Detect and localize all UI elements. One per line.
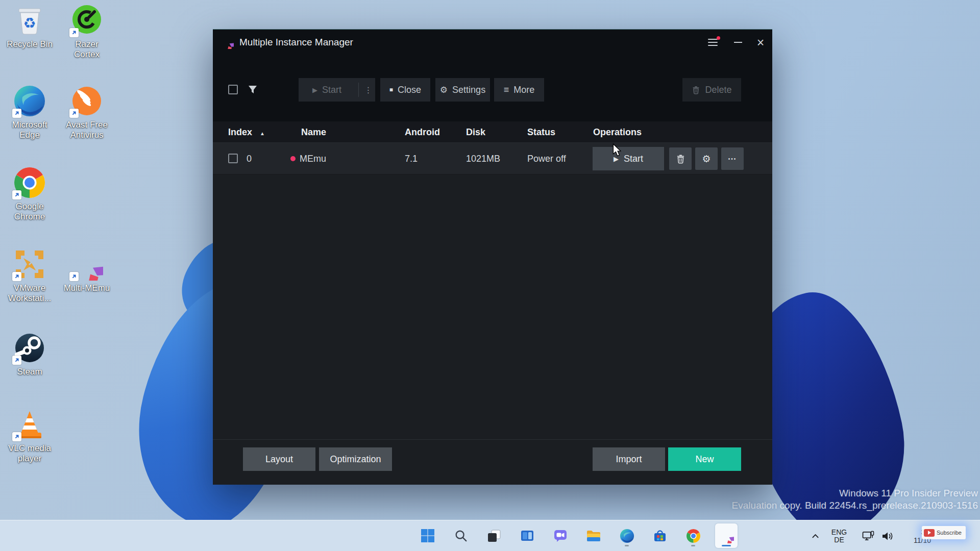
toolbar-more-label: More	[513, 85, 534, 95]
shortcut-arrow-icon	[12, 190, 21, 199]
desktop-icon-microsoft-edge[interactable]: Microsoft Edge	[1, 85, 58, 140]
row-index: 0	[247, 143, 252, 174]
desktop-icon-label: VLC media player	[5, 443, 54, 464]
desktop-icon-label: Multi-MEmu	[62, 283, 111, 293]
widgets-icon	[520, 529, 534, 543]
desktop-icon-label: Recycle Bin	[5, 39, 54, 49]
toolbar-start-button[interactable]: ▶ Start ⋮	[299, 78, 375, 102]
desktop-icon-vmware[interactable]: VMware Workstati...	[1, 248, 58, 304]
volume-tray-button[interactable]	[879, 520, 896, 551]
row-name: MEmu	[300, 143, 326, 174]
window-menu-button[interactable]	[704, 35, 721, 50]
column-header-index[interactable]: Index ▲	[228, 121, 265, 143]
column-header-android[interactable]: Android	[405, 121, 440, 143]
memu-logo-icon	[220, 35, 234, 49]
optimization-button[interactable]: Optimization	[319, 447, 392, 471]
razer-cortex-icon	[70, 4, 103, 37]
tray-chevron-button[interactable]	[808, 520, 822, 551]
ellipsis-icon: •••	[728, 156, 737, 162]
task-view-button[interactable]	[483, 523, 505, 548]
minimize-button[interactable]	[730, 35, 746, 50]
desktop-icon-razer-cortex[interactable]: Razer Cortex	[58, 4, 115, 60]
windows-logo-icon	[421, 529, 435, 543]
column-header-status[interactable]: Status	[527, 121, 555, 143]
speaker-icon	[881, 531, 894, 541]
language-indicator[interactable]: ENG DE	[828, 520, 850, 551]
subscribe-overlay: Subscribe	[922, 526, 966, 539]
microsoft-store-button[interactable]	[649, 523, 671, 548]
shortcut-arrow-icon	[69, 109, 79, 118]
toolbar-delete-button[interactable]: Delete	[682, 78, 741, 102]
toolbar-start-label: Start	[322, 85, 341, 95]
row-more-button[interactable]: •••	[721, 147, 744, 170]
chat-button[interactable]	[549, 523, 572, 548]
shortcut-arrow-icon	[12, 356, 21, 365]
desktop-icon-google-chrome[interactable]: Google Chrome	[1, 166, 58, 222]
divider	[358, 83, 359, 97]
store-icon	[653, 529, 667, 543]
watermark-line2: Evaluation copy. Build 22454.rs_prerelea…	[732, 499, 978, 512]
row-status: Power off	[527, 143, 566, 174]
mouse-cursor	[612, 143, 621, 159]
layout-button[interactable]: Layout	[243, 447, 315, 471]
filter-icon[interactable]	[248, 85, 258, 97]
toolbar-more-button[interactable]: ≡ More	[494, 78, 544, 102]
row-delete-button[interactable]	[669, 147, 692, 170]
toolbar-delete-label: Delete	[705, 85, 731, 95]
hamburger-icon	[708, 39, 718, 46]
row-settings-button[interactable]: ⚙	[695, 147, 718, 170]
memu-taskbar-button[interactable]	[715, 523, 738, 548]
taskbar-icon-group	[416, 523, 738, 548]
new-button[interactable]: New	[668, 447, 741, 471]
running-indicator	[625, 545, 629, 546]
toolbar-settings-label: Settings	[452, 85, 485, 95]
desktop-icon-label: Razer Cortex	[62, 39, 111, 60]
task-view-icon	[487, 529, 501, 543]
desktop-icon-recycle-bin[interactable]: ♻ Recycle Bin	[1, 4, 58, 49]
search-button[interactable]	[450, 523, 472, 548]
windows-watermark: Windows 11 Pro Insider Preview Evaluatio…	[732, 487, 978, 512]
toolbar-close-label: Close	[398, 85, 421, 95]
close-window-button[interactable]: ×	[752, 35, 769, 50]
select-all-checkbox[interactable]	[228, 85, 238, 94]
file-explorer-button[interactable]	[582, 523, 605, 548]
instance-row[interactable]: 0 MEmu 7.1 1021MB Power off ▶ Start ⚙ ••…	[213, 143, 772, 174]
desktop-icon-label: Avast Free Antivirus	[62, 120, 111, 140]
desktop-icon-vlc[interactable]: VLC media player	[1, 408, 58, 464]
column-header-disk[interactable]: Disk	[466, 121, 485, 143]
import-button[interactable]: Import	[593, 447, 665, 471]
chrome-taskbar-button[interactable]	[682, 523, 704, 548]
trash-icon	[676, 154, 685, 164]
chat-icon	[553, 529, 568, 543]
window-footer: Layout Optimization Import New	[213, 439, 772, 485]
status-dot	[290, 156, 296, 161]
toolbar-close-button[interactable]: ■ Close	[380, 78, 430, 102]
desktop-icon-avast[interactable]: Avast Free Antivirus	[58, 85, 115, 140]
language-line2: DE	[834, 536, 844, 544]
edge-icon	[620, 529, 634, 543]
active-app-indicator	[722, 545, 731, 546]
stop-icon: ■	[389, 87, 393, 93]
desktop-icon-label: Google Chrome	[5, 202, 54, 222]
kebab-menu-icon[interactable]: ⋮	[363, 85, 374, 95]
column-header-name[interactable]: Name	[301, 121, 326, 143]
row-android: 7.1	[405, 143, 418, 174]
row-start-button[interactable]: ▶ Start	[593, 147, 664, 170]
chrome-icon	[13, 166, 46, 199]
widgets-button[interactable]	[516, 523, 538, 548]
row-checkbox[interactable]	[228, 154, 238, 163]
desktop-icon-multi-memu[interactable]: Multi-MEmu	[58, 248, 115, 293]
youtube-play-icon	[924, 529, 935, 537]
shortcut-arrow-icon	[69, 272, 79, 281]
desktop-icon-steam[interactable]: Steam	[1, 332, 58, 377]
titlebar[interactable]: Multiple Instance Manager ×	[213, 30, 772, 55]
edge-taskbar-button[interactable]	[616, 523, 638, 548]
avast-icon	[70, 85, 103, 117]
trash-icon	[692, 86, 700, 94]
svg-text:♻: ♻	[23, 15, 36, 31]
window-title: Multiple Instance Manager	[239, 30, 353, 55]
toolbar-settings-button[interactable]: ⚙ Settings	[435, 78, 490, 102]
start-menu-button[interactable]	[416, 523, 439, 548]
window-top-area: Multiple Instance Manager ×	[213, 30, 772, 121]
network-tray-button[interactable]	[860, 520, 877, 551]
